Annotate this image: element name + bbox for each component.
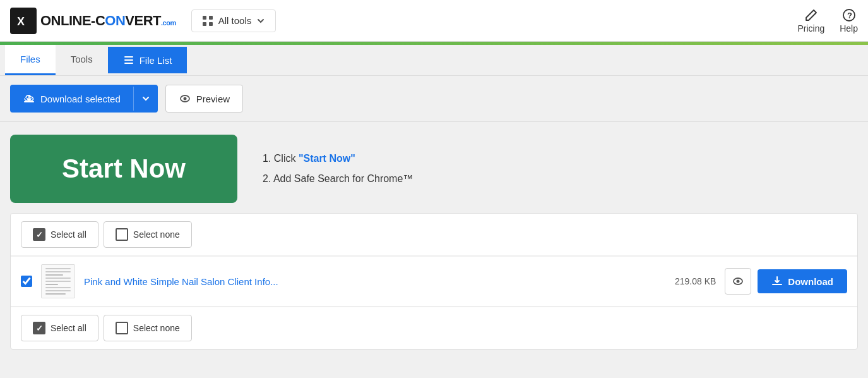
file-download-button[interactable]: Download — [758, 269, 847, 293]
svg-text:?: ? — [847, 11, 852, 20]
start-now-button[interactable]: Start Now — [10, 135, 237, 203]
file-row: Pink and White Simple Nail Salon Client … — [11, 256, 857, 307]
thumb-lines — [42, 264, 74, 298]
file-list-section: Select all Select none — [10, 213, 858, 350]
select-none-icon — [116, 228, 128, 241]
preview-label: Preview — [196, 94, 230, 104]
svg-text:X: X — [17, 15, 25, 28]
file-list-label: File List — [140, 55, 172, 66]
select-none-button-top[interactable]: Select none — [104, 221, 192, 248]
all-tools-button[interactable]: All tools — [191, 9, 276, 32]
grid-icon — [202, 15, 213, 27]
file-preview-button[interactable] — [725, 268, 751, 295]
tab-file-list[interactable]: File List — [108, 47, 187, 73]
svg-point-14 — [737, 280, 740, 283]
select-none-icon-bottom — [116, 322, 128, 334]
file-checkbox[interactable] — [21, 276, 32, 287]
chevron-down-icon — [141, 94, 150, 103]
svg-point-12 — [183, 97, 186, 101]
eye-icon — [179, 92, 191, 105]
chevron-down-icon — [256, 16, 265, 25]
help-label: Help — [840, 23, 858, 34]
toolbar: Download selected Preview — [0, 76, 868, 122]
header: X ONLINE-CONVERT.com All tools — [0, 0, 868, 42]
svg-rect-8 — [124, 56, 133, 58]
file-name[interactable]: Pink and White Simple Nail Salon Client … — [84, 276, 661, 287]
tabs: Files Tools File List — [0, 45, 868, 76]
main: Start Now 1. Click "Start Now" 2. Add Sa… — [0, 135, 868, 350]
download-selected-main[interactable]: Download selected — [10, 85, 133, 113]
logo-icon: X — [10, 8, 37, 34]
ad-banner: Start Now 1. Click "Start Now" 2. Add Sa… — [10, 135, 858, 203]
pencil-icon — [804, 8, 818, 22]
help-link[interactable]: ? Help — [840, 8, 858, 34]
file-actions: Download — [725, 268, 847, 295]
instruction-2: 2. Add Safe Search for Chrome™ — [263, 169, 413, 189]
svg-rect-4 — [203, 22, 206, 26]
file-size: 219.08 KB — [675, 276, 716, 286]
help-icon: ? — [842, 8, 856, 22]
select-all-checked-icon-bottom — [33, 322, 45, 334]
tab-tools[interactable]: Tools — [56, 45, 108, 75]
ad-instructions: 1. Click "Start Now" 2. Add Safe Search … — [263, 149, 413, 189]
svg-rect-10 — [124, 63, 133, 64]
instruction-1: 1. Click "Start Now" — [263, 149, 413, 169]
select-all-button-bottom[interactable]: Select all — [21, 315, 98, 341]
preview-button[interactable]: Preview — [165, 85, 243, 113]
select-none-button-bottom[interactable]: Select none — [104, 315, 192, 341]
list-icon — [123, 54, 134, 66]
svg-rect-5 — [209, 22, 213, 26]
select-controls-bottom: Select all Select none — [11, 307, 857, 349]
logo: X ONLINE-CONVERT.com — [10, 8, 176, 34]
svg-rect-3 — [209, 16, 213, 20]
download-selected-label: Download selected — [40, 94, 121, 104]
download-file-label: Download — [788, 276, 833, 287]
pricing-label: Pricing — [797, 23, 824, 34]
svg-rect-9 — [124, 59, 133, 61]
select-controls-top: Select all Select none — [11, 214, 857, 256]
svg-rect-2 — [203, 16, 206, 20]
download-cloud-icon — [23, 92, 35, 105]
tab-files[interactable]: Files — [5, 45, 56, 75]
header-left: X ONLINE-CONVERT.com All tools — [10, 8, 276, 34]
download-icon — [771, 276, 783, 287]
pricing-link[interactable]: Pricing — [797, 8, 824, 34]
all-tools-label: All tools — [218, 15, 252, 26]
file-thumbnail — [41, 264, 75, 298]
select-all-checked-icon — [33, 228, 45, 241]
download-selected-dropdown[interactable] — [133, 87, 158, 111]
header-right: Pricing ? Help — [797, 8, 858, 34]
download-selected-button[interactable]: Download selected — [10, 85, 158, 113]
logo-text: ONLINE-CONVERT.com — [40, 13, 176, 29]
eye-icon — [732, 275, 744, 288]
select-all-button-top[interactable]: Select all — [21, 221, 98, 248]
